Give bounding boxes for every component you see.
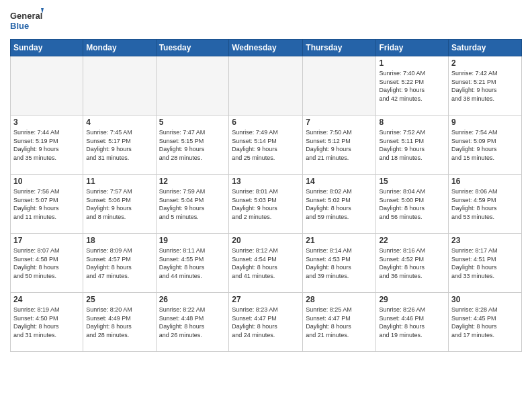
calendar-day: 19Sunrise: 8:11 AM Sunset: 4:55 PM Dayli…: [156, 234, 229, 293]
day-number: 11: [86, 177, 152, 186]
day-info: Sunrise: 8:23 AM Sunset: 4:47 PM Dayligh…: [232, 306, 300, 339]
calendar-day: 15Sunrise: 8:04 AM Sunset: 5:00 PM Dayli…: [376, 175, 449, 234]
calendar-day: 4Sunrise: 7:45 AM Sunset: 5:17 PM Daylig…: [83, 116, 156, 175]
day-info: Sunrise: 7:45 AM Sunset: 5:17 PM Dayligh…: [86, 128, 152, 162]
calendar-week-row: 3Sunrise: 7:44 AM Sunset: 5:19 PM Daylig…: [11, 116, 522, 175]
day-info: Sunrise: 8:28 AM Sunset: 4:45 PM Dayligh…: [451, 306, 519, 339]
day-number: 26: [159, 295, 226, 304]
day-number: 24: [13, 295, 80, 304]
calendar-day: 8Sunrise: 7:52 AM Sunset: 5:11 PM Daylig…: [376, 116, 449, 175]
weekday-header: Friday: [376, 40, 449, 56]
calendar-day: 13Sunrise: 8:01 AM Sunset: 5:03 PM Dayli…: [229, 175, 303, 234]
day-number: 1: [379, 58, 445, 68]
calendar-day: 27Sunrise: 8:23 AM Sunset: 4:47 PM Dayli…: [229, 293, 303, 352]
calendar-day: 20Sunrise: 8:12 AM Sunset: 4:54 PM Dayli…: [229, 234, 303, 293]
calendar-table: SundayMondayTuesdayWednesdayThursdayFrid…: [10, 39, 522, 352]
calendar-day: 30Sunrise: 8:28 AM Sunset: 4:45 PM Dayli…: [449, 293, 522, 352]
calendar-week-row: 17Sunrise: 8:07 AM Sunset: 4:58 PM Dayli…: [11, 234, 522, 293]
calendar-day: 21Sunrise: 8:14 AM Sunset: 4:53 PM Dayli…: [303, 234, 376, 293]
calendar-day: 28Sunrise: 8:25 AM Sunset: 4:47 PM Dayli…: [303, 293, 376, 352]
calendar-day: 23Sunrise: 8:17 AM Sunset: 4:51 PM Dayli…: [449, 234, 522, 293]
logo-svg: General Blue: [10, 7, 44, 34]
day-number: 14: [306, 177, 373, 186]
day-number: 15: [379, 177, 445, 186]
page-container: General Blue SundayMondayTuesdayWednesda…: [0, 0, 532, 355]
day-info: Sunrise: 8:14 AM Sunset: 4:53 PM Dayligh…: [306, 246, 373, 280]
day-info: Sunrise: 8:07 AM Sunset: 4:58 PM Dayligh…: [13, 246, 80, 280]
day-number: 18: [86, 236, 152, 245]
day-info: Sunrise: 7:50 AM Sunset: 5:12 PM Dayligh…: [306, 128, 373, 162]
day-number: 10: [13, 177, 80, 186]
day-number: 23: [451, 236, 519, 245]
day-info: Sunrise: 8:04 AM Sunset: 5:00 PM Dayligh…: [379, 187, 445, 221]
day-number: 8: [379, 118, 445, 127]
day-number: 17: [13, 236, 80, 245]
day-number: 19: [159, 236, 226, 245]
calendar-week-row: 1Sunrise: 7:40 AM Sunset: 5:22 PM Daylig…: [11, 56, 522, 116]
day-info: Sunrise: 8:02 AM Sunset: 5:02 PM Dayligh…: [306, 187, 373, 221]
day-info: Sunrise: 7:59 AM Sunset: 5:04 PM Dayligh…: [159, 187, 226, 221]
day-number: 27: [232, 295, 300, 304]
svg-text:Blue: Blue: [10, 21, 29, 31]
day-info: Sunrise: 8:16 AM Sunset: 4:52 PM Dayligh…: [379, 246, 445, 280]
calendar-day: [229, 56, 303, 116]
logo: General Blue: [10, 7, 44, 34]
day-number: 6: [232, 118, 300, 127]
calendar-day: 11Sunrise: 7:57 AM Sunset: 5:06 PM Dayli…: [83, 175, 156, 234]
calendar-day: 1Sunrise: 7:40 AM Sunset: 5:22 PM Daylig…: [376, 56, 449, 116]
calendar-day: 24Sunrise: 8:19 AM Sunset: 4:50 PM Dayli…: [11, 293, 83, 352]
day-info: Sunrise: 7:54 AM Sunset: 5:09 PM Dayligh…: [451, 128, 519, 162]
day-info: Sunrise: 8:11 AM Sunset: 4:55 PM Dayligh…: [159, 246, 226, 280]
day-info: Sunrise: 8:06 AM Sunset: 4:59 PM Dayligh…: [451, 187, 519, 221]
calendar-day: 5Sunrise: 7:47 AM Sunset: 5:15 PM Daylig…: [156, 116, 229, 175]
day-info: Sunrise: 7:57 AM Sunset: 5:06 PM Dayligh…: [86, 187, 152, 221]
day-info: Sunrise: 7:49 AM Sunset: 5:14 PM Dayligh…: [232, 128, 300, 162]
day-number: 21: [306, 236, 373, 245]
calendar-day: 18Sunrise: 8:09 AM Sunset: 4:57 PM Dayli…: [83, 234, 156, 293]
calendar-day: 3Sunrise: 7:44 AM Sunset: 5:19 PM Daylig…: [11, 116, 83, 175]
day-number: 7: [306, 118, 373, 127]
weekday-header: Sunday: [11, 40, 83, 56]
day-info: Sunrise: 8:22 AM Sunset: 4:48 PM Dayligh…: [159, 306, 226, 339]
day-number: 5: [159, 118, 226, 127]
calendar-day: 7Sunrise: 7:50 AM Sunset: 5:12 PM Daylig…: [303, 116, 376, 175]
day-info: Sunrise: 8:20 AM Sunset: 4:49 PM Dayligh…: [86, 306, 152, 339]
weekday-header: Monday: [83, 40, 156, 56]
day-info: Sunrise: 7:56 AM Sunset: 5:07 PM Dayligh…: [13, 187, 80, 221]
day-info: Sunrise: 8:01 AM Sunset: 5:03 PM Dayligh…: [232, 187, 300, 221]
day-info: Sunrise: 7:47 AM Sunset: 5:15 PM Dayligh…: [159, 128, 226, 162]
day-number: 20: [232, 236, 300, 245]
day-number: 2: [451, 58, 519, 68]
day-info: Sunrise: 7:52 AM Sunset: 5:11 PM Dayligh…: [379, 128, 445, 162]
calendar-day: 25Sunrise: 8:20 AM Sunset: 4:49 PM Dayli…: [83, 293, 156, 352]
calendar-day: 22Sunrise: 8:16 AM Sunset: 4:52 PM Dayli…: [376, 234, 449, 293]
weekday-header: Tuesday: [156, 40, 229, 56]
weekday-header-row: SundayMondayTuesdayWednesdayThursdayFrid…: [11, 40, 522, 56]
day-info: Sunrise: 8:25 AM Sunset: 4:47 PM Dayligh…: [306, 306, 373, 339]
page-header: General Blue: [10, 7, 522, 34]
day-number: 9: [451, 118, 519, 127]
calendar-day: 6Sunrise: 7:49 AM Sunset: 5:14 PM Daylig…: [229, 116, 303, 175]
day-info: Sunrise: 8:17 AM Sunset: 4:51 PM Dayligh…: [451, 246, 519, 280]
calendar-day: 9Sunrise: 7:54 AM Sunset: 5:09 PM Daylig…: [449, 116, 522, 175]
weekday-header: Saturday: [449, 40, 522, 56]
day-number: 25: [86, 295, 152, 304]
day-number: 16: [451, 177, 519, 186]
day-number: 3: [13, 118, 80, 127]
calendar-day: 17Sunrise: 8:07 AM Sunset: 4:58 PM Dayli…: [11, 234, 83, 293]
calendar-day: [83, 56, 156, 116]
day-number: 13: [232, 177, 300, 186]
day-info: Sunrise: 7:42 AM Sunset: 5:21 PM Dayligh…: [451, 69, 519, 103]
calendar-day: [303, 56, 376, 116]
day-number: 22: [379, 236, 445, 245]
day-info: Sunrise: 8:19 AM Sunset: 4:50 PM Dayligh…: [13, 306, 80, 339]
calendar-day: 10Sunrise: 7:56 AM Sunset: 5:07 PM Dayli…: [11, 175, 83, 234]
calendar-day: 2Sunrise: 7:42 AM Sunset: 5:21 PM Daylig…: [449, 56, 522, 116]
day-number: 12: [159, 177, 226, 186]
day-number: 29: [379, 295, 445, 304]
day-number: 30: [451, 295, 519, 304]
weekday-header: Thursday: [303, 40, 376, 56]
day-info: Sunrise: 8:26 AM Sunset: 4:46 PM Dayligh…: [379, 306, 445, 339]
calendar-day: 16Sunrise: 8:06 AM Sunset: 4:59 PM Dayli…: [449, 175, 522, 234]
day-info: Sunrise: 8:12 AM Sunset: 4:54 PM Dayligh…: [232, 246, 300, 280]
